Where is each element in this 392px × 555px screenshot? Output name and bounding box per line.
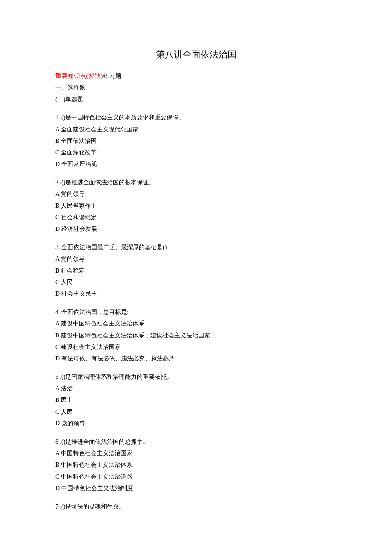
option-d: D 党的领导: [55, 418, 337, 429]
section-heading: 一、选择题: [55, 82, 337, 93]
question-number: 6: [55, 439, 58, 445]
question-suffix: )是国家治理体系和治理能力的重要依托。: [63, 374, 173, 380]
question-stem: 5 .( )是国家治理体系和治理能力的重要依托。: [55, 372, 337, 382]
question-stem: 2 .( )是推进全面依法治国的根本保证。: [55, 177, 337, 188]
option-a: A 党的领导: [55, 253, 337, 264]
option-c: C 人民: [55, 407, 337, 417]
option-d: D 中国特色社会主义法治制度: [55, 483, 337, 494]
option-b: B 人民当家作主: [55, 200, 337, 211]
option-b: B 建设中国特色社会主义法治体系，建设社会主义法治国家: [55, 330, 337, 341]
question-6: 6 .( )是推进全面依法治国的总抓手。 A 中国特色社会主义法治国家 B 中国…: [55, 436, 337, 494]
option-d: D 全面从严治党: [55, 159, 337, 169]
page-title: 第八讲全面依法治国: [55, 47, 337, 63]
question-stem: 4 .全面依法治国，总目标是:: [55, 307, 337, 317]
question-stem: 6 .( )是推进全面依法治国的总抓手。: [55, 436, 337, 447]
option-c: C 中国特色社会主义法治道路: [55, 471, 337, 482]
option-a: A 全面建设社会主义现代化国家: [55, 124, 337, 135]
option-c: C 全面深化改革: [55, 147, 337, 158]
important-points-label: 重要知识点(暂缺): [55, 73, 103, 79]
option-b: B 社会稳定: [55, 265, 337, 276]
exercises-label: 练习题: [103, 73, 122, 79]
question-7: 7 .( )是司法的灵魂和生命。: [55, 501, 337, 512]
subsection-heading: (一)单选题: [55, 94, 337, 105]
question-number: 1: [55, 114, 58, 121]
question-number: 5: [55, 374, 58, 380]
question-stem: 1 .( )是中国特色社会主义的本质要求和重要保障。: [55, 112, 337, 123]
question-1: 1 .( )是中国特色社会主义的本质要求和重要保障。 A 全面建设社会主义现代化…: [55, 112, 337, 169]
question-stem: 7 .( )是司法的灵魂和生命。: [55, 501, 337, 512]
option-c: C 人民: [55, 277, 337, 288]
option-b: B 民主: [55, 395, 337, 405]
option-a: A 中国特色社会主义法治国家: [55, 448, 337, 459]
question-prefix: .(: [58, 439, 63, 445]
option-c: C 社会和谐稳定: [55, 212, 337, 223]
option-a: A 法治: [55, 383, 337, 394]
question-number: 4: [55, 309, 58, 315]
question-prefix: .(: [58, 503, 63, 510]
question-prefix: .(: [58, 179, 63, 186]
question-number: 2: [55, 179, 58, 186]
option-d: D 经济社会发展: [55, 224, 337, 234]
question-2: 2 .( )是推进全面依法治国的根本保证。 A 党的领导 B 人民当家作主 C …: [55, 177, 337, 234]
option-d: D 有法可依、有法必依、违法必究、执法必严: [55, 353, 337, 364]
header-line: 重要知识点(暂缺)练习题: [55, 71, 337, 81]
question-prefix: .全面依法治国最广泛、最深厚的基础是(: [58, 244, 165, 250]
question-3: 3 .全面依法治国最广泛、最深厚的基础是( ) A 党的领导 B 社会稳定 C …: [55, 242, 337, 299]
question-suffix: )是司法的灵魂和生命。: [63, 503, 125, 510]
question-suffix: )是中国特色社会主义的本质要求和重要保障。: [63, 114, 185, 121]
question-suffix: ): [165, 244, 167, 250]
question-number: 3: [55, 244, 58, 250]
question-suffix: )是推进全面依法治国的根本保证。: [63, 179, 155, 186]
question-suffix: )是推进全面依法治国的总抓手。: [63, 439, 149, 445]
question-prefix: .全面依法治国，总目标是:: [58, 309, 129, 315]
question-prefix: .(: [58, 374, 63, 380]
option-a: A 党的领导: [55, 189, 337, 199]
option-b: B 全面依法治国: [55, 136, 337, 146]
question-5: 5 .( )是国家治理体系和治理能力的重要依托。 A 法治 B 民主 C 人民 …: [55, 372, 337, 429]
document-page: 第八讲全面依法治国 重要知识点(暂缺)练习题 一、选择题 (一)单选题 1 .(…: [0, 0, 392, 555]
question-prefix: .(: [58, 114, 63, 121]
question-number: 7: [55, 503, 58, 510]
question-4: 4 .全面依法治国，总目标是: A 建设中国特色社会主义法治体系 B 建设中国特…: [55, 307, 337, 364]
option-a: A 建设中国特色社会主义法治体系: [55, 318, 337, 329]
question-stem: 3 .全面依法治国最广泛、最深厚的基础是( ): [55, 242, 337, 253]
option-d: D 社会主义民主: [55, 288, 337, 299]
option-c: C 建设社会主义法治国家: [55, 342, 337, 352]
option-b: B 中国特色社会主义法治体系: [55, 459, 337, 470]
